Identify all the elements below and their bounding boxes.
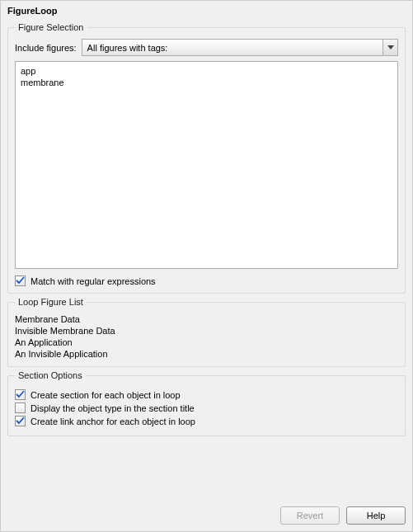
tags-textarea[interactable] (15, 61, 398, 269)
create-section-label: Create section for each object in loop (31, 390, 181, 400)
display-type-checkbox[interactable] (15, 403, 26, 413)
figureloop-panel: FigureLoop Figure Selection Include figu… (0, 0, 413, 532)
panel-title: FigureLoop (1, 1, 412, 19)
create-section-checkbox[interactable] (15, 389, 26, 400)
include-figures-label: Include figures: (15, 43, 77, 53)
include-figures-dropdown[interactable]: All figures with tags: (82, 39, 398, 56)
button-bar: Revert Help (280, 506, 406, 525)
loop-figure-list-group: Loop Figure List Membrane Data Invisible… (7, 297, 406, 367)
display-type-label: Display the object type in the section t… (31, 403, 195, 413)
match-regex-label: Match with regular expressions (31, 276, 156, 286)
figure-selection-group: Figure Selection Include figures: All fi… (7, 22, 406, 294)
chevron-down-icon (382, 40, 397, 55)
loop-figure-list-text: Membrane Data Invisible Membrane Data An… (15, 313, 398, 360)
section-options-legend: Section Options (15, 370, 86, 380)
figure-selection-legend: Figure Selection (15, 22, 87, 32)
section-options-group: Section Options Create section for each … (7, 370, 406, 436)
loop-figure-list-legend: Loop Figure List (15, 297, 87, 307)
match-regex-checkbox[interactable] (15, 275, 26, 286)
create-anchor-checkbox[interactable] (15, 416, 26, 426)
include-figures-dropdown-value: All figures with tags: (87, 43, 168, 53)
revert-button[interactable]: Revert (280, 506, 340, 525)
create-anchor-label: Create link anchor for each object in lo… (31, 417, 195, 426)
help-button[interactable]: Help (346, 506, 406, 525)
